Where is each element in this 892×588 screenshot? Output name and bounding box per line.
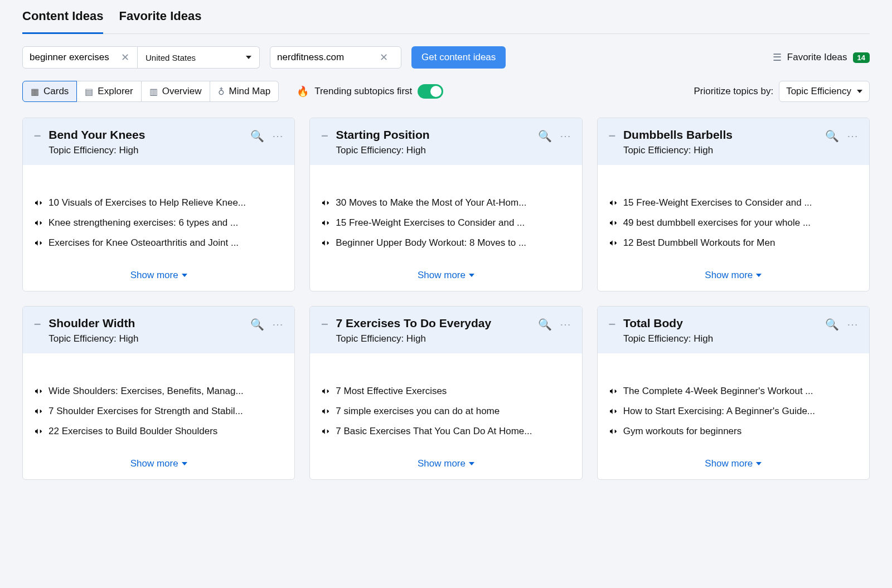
view-explorer-button[interactable]: ▤ Explorer bbox=[77, 81, 141, 102]
list-item-text: 12 Best Dumbbell Workouts for Men bbox=[623, 237, 775, 249]
list-icon: ☰ bbox=[773, 51, 782, 64]
list-item[interactable]: 22 Exercises to Build Boulder Shoulders bbox=[34, 421, 283, 441]
show-more-link[interactable]: Show more bbox=[23, 450, 294, 479]
show-more-label: Show more bbox=[130, 270, 178, 281]
topic-cards-grid: –Bend Your KneesTopic Efficiency: High🔍⋯… bbox=[22, 118, 870, 480]
card-header: –Bend Your KneesTopic Efficiency: High🔍⋯ bbox=[23, 118, 294, 165]
list-item[interactable]: Beginner Upper Body Workout: 8 Moves to … bbox=[321, 233, 570, 253]
list-item-text: Beginner Upper Body Workout: 8 Moves to … bbox=[336, 237, 526, 249]
list-item[interactable]: 7 Shoulder Exercises for Strength and St… bbox=[34, 401, 283, 421]
more-icon[interactable]: ⋯ bbox=[560, 129, 571, 143]
more-icon[interactable]: ⋯ bbox=[847, 318, 858, 331]
view-switcher: ▦ Cards ▤ Explorer ▥ Overview ♁ Mind Map bbox=[22, 81, 279, 102]
list-item[interactable]: Wide Shoulders: Exercises, Benefits, Man… bbox=[34, 381, 283, 401]
card-efficiency: Topic Efficiency: High bbox=[623, 145, 825, 156]
search-icon[interactable]: 🔍 bbox=[825, 129, 839, 143]
list-item[interactable]: 7 simple exercises you can do at home bbox=[321, 401, 570, 421]
card-header: –Shoulder WidthTopic Efficiency: High🔍⋯ bbox=[23, 307, 294, 353]
clear-keyword-icon[interactable]: ✕ bbox=[119, 51, 132, 64]
chevron-down-icon bbox=[469, 274, 474, 277]
view-label: Explorer bbox=[98, 86, 133, 97]
list-item[interactable]: 15 Free-Weight Exercises to Consider and… bbox=[609, 193, 858, 213]
search-icon[interactable]: 🔍 bbox=[250, 318, 264, 331]
show-more-link[interactable]: Show more bbox=[310, 450, 581, 479]
favorite-count-badge: 14 bbox=[853, 52, 870, 63]
card-efficiency: Topic Efficiency: High bbox=[49, 145, 250, 156]
prioritize-dropdown[interactable]: Topic Efficiency bbox=[779, 81, 870, 102]
explorer-icon: ▤ bbox=[85, 86, 93, 97]
collapse-icon[interactable]: – bbox=[321, 318, 328, 330]
chevron-down-icon bbox=[182, 462, 187, 465]
clear-domain-icon[interactable]: ✕ bbox=[377, 51, 390, 64]
show-more-link[interactable]: Show more bbox=[23, 262, 294, 291]
list-item[interactable]: Knee strengthening exercises: 6 types an… bbox=[34, 213, 283, 233]
more-icon[interactable]: ⋯ bbox=[272, 318, 283, 331]
collapse-icon[interactable]: – bbox=[609, 129, 615, 142]
topic-card: –Starting PositionTopic Efficiency: High… bbox=[309, 118, 582, 291]
controls-row: ▦ Cards ▤ Explorer ▥ Overview ♁ Mind Map… bbox=[22, 81, 870, 102]
card-header: –Total BodyTopic Efficiency: High🔍⋯ bbox=[598, 307, 869, 353]
get-content-ideas-button[interactable]: Get content ideas bbox=[411, 46, 506, 69]
list-item[interactable]: 49 best dumbbell exercises for your whol… bbox=[609, 213, 858, 233]
trending-toggle[interactable] bbox=[418, 84, 443, 99]
search-icon[interactable]: 🔍 bbox=[538, 129, 552, 143]
more-icon[interactable]: ⋯ bbox=[272, 129, 283, 143]
more-icon[interactable]: ⋯ bbox=[560, 318, 571, 331]
collapse-icon[interactable]: – bbox=[321, 129, 328, 142]
search-icon[interactable]: 🔍 bbox=[825, 318, 839, 331]
more-icon[interactable]: ⋯ bbox=[847, 129, 858, 143]
show-more-label: Show more bbox=[418, 270, 466, 281]
chevron-down-icon bbox=[857, 90, 862, 93]
collapse-icon[interactable]: – bbox=[34, 318, 41, 330]
megaphone-icon bbox=[609, 407, 618, 416]
prioritize-label: Prioritize topics by: bbox=[694, 86, 773, 97]
domain-input-wrap: ✕ bbox=[270, 46, 401, 69]
trending-label: Trending subtopics first bbox=[314, 86, 412, 97]
show-more-link[interactable]: Show more bbox=[598, 262, 869, 291]
card-efficiency: Topic Efficiency: High bbox=[336, 333, 538, 344]
keyword-input[interactable] bbox=[30, 52, 119, 63]
search-icon[interactable]: 🔍 bbox=[538, 318, 552, 331]
overview-icon: ▥ bbox=[149, 86, 158, 97]
list-item[interactable]: 7 Basic Exercises That You Can Do At Hom… bbox=[321, 421, 570, 441]
country-select[interactable]: United States bbox=[138, 46, 260, 69]
list-item-text: 49 best dumbbell exercises for your whol… bbox=[623, 217, 811, 229]
view-mindmap-button[interactable]: ♁ Mind Map bbox=[210, 81, 279, 102]
list-item-text: 30 Moves to Make the Most of Your At-Hom… bbox=[336, 197, 526, 208]
megaphone-icon bbox=[609, 239, 618, 247]
main-tabs: Content Ideas Favorite Ideas bbox=[22, 9, 870, 34]
trending-toggle-group: 🔥 Trending subtopics first bbox=[297, 84, 443, 99]
view-cards-button[interactable]: ▦ Cards bbox=[22, 81, 77, 102]
topic-card: –Total BodyTopic Efficiency: High🔍⋯The C… bbox=[597, 306, 870, 480]
collapse-icon[interactable]: – bbox=[34, 129, 41, 142]
list-item[interactable]: How to Start Exercising: A Beginner's Gu… bbox=[609, 401, 858, 421]
search-icon[interactable]: 🔍 bbox=[250, 129, 264, 143]
list-item[interactable]: 15 Free-Weight Exercises to Consider and… bbox=[321, 213, 570, 233]
show-more-label: Show more bbox=[130, 458, 178, 469]
collapse-icon[interactable]: – bbox=[609, 318, 615, 330]
list-item-text: Exercises for Knee Osteoarthritis and Jo… bbox=[49, 237, 239, 249]
tab-content-ideas[interactable]: Content Ideas bbox=[22, 9, 103, 34]
megaphone-icon bbox=[34, 407, 43, 416]
topic-card: –7 Exercises To Do EverydayTopic Efficie… bbox=[309, 306, 582, 480]
list-item[interactable]: 7 Most Effective Exercises bbox=[321, 381, 570, 401]
list-item[interactable]: 10 Visuals of Exercises to Help Relieve … bbox=[34, 193, 283, 213]
megaphone-icon bbox=[321, 427, 330, 436]
chevron-down-icon bbox=[756, 462, 762, 465]
list-item[interactable]: 12 Best Dumbbell Workouts for Men bbox=[609, 233, 858, 253]
tab-favorite-ideas[interactable]: Favorite Ideas bbox=[119, 9, 201, 33]
view-overview-button[interactable]: ▥ Overview bbox=[142, 81, 210, 102]
show-more-link[interactable]: Show more bbox=[598, 450, 869, 479]
list-item[interactable]: 30 Moves to Make the Most of Your At-Hom… bbox=[321, 193, 570, 213]
prioritize-group: Prioritize topics by: Topic Efficiency bbox=[694, 81, 870, 102]
list-item[interactable]: The Complete 4-Week Beginner's Workout .… bbox=[609, 381, 858, 401]
flame-icon: 🔥 bbox=[297, 85, 309, 98]
list-item[interactable]: Gym workouts for beginners bbox=[609, 421, 858, 441]
show-more-link[interactable]: Show more bbox=[310, 262, 581, 291]
list-item-text: 7 simple exercises you can do at home bbox=[336, 406, 500, 417]
megaphone-icon bbox=[34, 239, 43, 247]
favorite-ideas-link[interactable]: ☰ Favorite Ideas 14 bbox=[773, 51, 870, 64]
list-item[interactable]: Exercises for Knee Osteoarthritis and Jo… bbox=[34, 233, 283, 253]
list-item-text: Wide Shoulders: Exercises, Benefits, Man… bbox=[49, 386, 244, 397]
domain-input[interactable] bbox=[277, 52, 377, 63]
